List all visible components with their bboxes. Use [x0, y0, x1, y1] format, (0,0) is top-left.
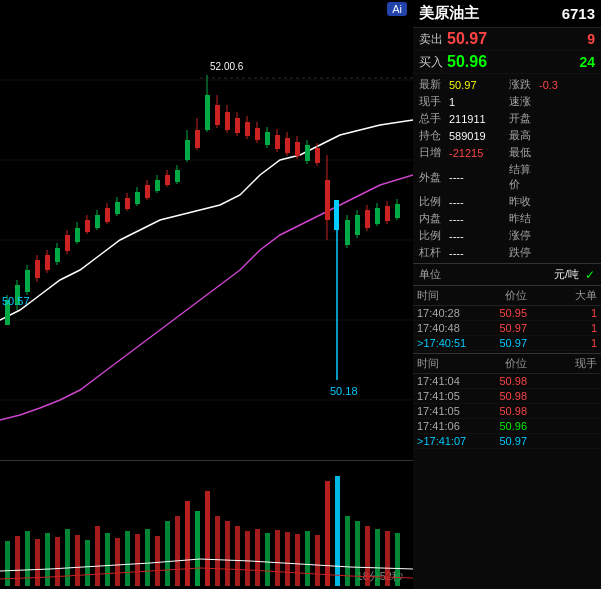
trade-2-5-price: 50.97	[477, 435, 527, 447]
svg-rect-98	[95, 526, 100, 586]
data-item-jiesuan: 结算价	[507, 161, 597, 193]
zuixin-value: 50.97	[449, 79, 505, 91]
trade-2-4-vol	[527, 420, 597, 432]
bili1-value: ----	[449, 196, 505, 208]
data-item-bili2: 比例 ----	[417, 227, 507, 244]
svg-rect-114	[255, 529, 260, 586]
trade-row-2-5: >17:41:07 50.97	[413, 434, 601, 449]
stock-code: 6713	[562, 5, 595, 22]
trade-table-1: 时间 价位 大单 17:40:28 50.95 1 17:40:48 50.97…	[413, 286, 601, 351]
zongshou-label: 总手	[419, 111, 449, 126]
sell-row: 卖出 50.97 9	[413, 28, 601, 51]
trade-1-1-vol: 1	[527, 307, 597, 319]
trade-table-2-header: 时间 价位 现手	[413, 354, 601, 374]
svg-rect-111	[225, 521, 230, 586]
trade-2-3-time: 17:41:05	[417, 405, 477, 417]
main-container: 52.00.6 50.57 50.18 Ai 18分52秒	[0, 0, 601, 589]
zuidi-label: 最低	[509, 145, 539, 160]
trade-2-2-price: 50.98	[477, 390, 527, 402]
svg-rect-120	[315, 535, 320, 586]
units-row: 单位 元/吨 ✓	[413, 263, 601, 286]
trade-2-4-time: 17:41:06	[417, 420, 477, 432]
chicang-value: 589019	[449, 130, 505, 142]
svg-rect-101	[125, 531, 130, 586]
svg-rect-93	[45, 533, 50, 586]
data-item-waipan: 外盘 ----	[417, 161, 507, 193]
svg-rect-110	[215, 516, 220, 586]
zuojie-label: 昨结	[509, 211, 539, 226]
trade-2-4-price: 50.96	[477, 420, 527, 432]
zhangdie-label: 涨跌	[509, 77, 539, 92]
ai-button[interactable]: Ai	[387, 2, 407, 16]
stock-title: 美原油主	[419, 4, 562, 23]
svg-rect-105	[165, 521, 170, 586]
suzhangtie-label: 速涨	[509, 94, 539, 109]
trade-2-3-vol	[527, 405, 597, 417]
data-item-zangtingzhi: 涨停	[507, 227, 597, 244]
data-item-zuoshou: 昨收	[507, 193, 597, 210]
trade-row-1-2: 17:40:48 50.97 1	[413, 321, 601, 336]
svg-rect-104	[155, 536, 160, 586]
svg-rect-115	[265, 533, 270, 586]
trade-2-2-vol	[527, 390, 597, 402]
trade-table-2: 时间 价位 现手 17:41:04 50.98 17:41:05 50.98 1…	[413, 353, 601, 449]
zuoshou-label: 昨收	[509, 194, 539, 209]
svg-rect-117	[285, 532, 290, 586]
svg-rect-127	[385, 531, 390, 586]
svg-text:52.00.6: 52.00.6	[210, 61, 244, 72]
buy-count: 24	[565, 54, 595, 70]
sell-count: 9	[565, 31, 595, 47]
trade-1-1-price: 50.95	[477, 307, 527, 319]
svg-rect-116	[275, 530, 280, 586]
neipan-label: 内盘	[419, 211, 449, 226]
trade-header-time: 时间	[417, 288, 477, 303]
checkmark-icon[interactable]: ✓	[585, 268, 595, 282]
bili2-value: ----	[449, 230, 505, 242]
data-item-xianshou: 现手 1	[417, 93, 507, 110]
header-row: 美原油主 6713	[413, 0, 601, 28]
svg-rect-118	[295, 534, 300, 586]
sell-label: 卖出	[419, 31, 447, 48]
svg-text:50.18: 50.18	[330, 385, 358, 397]
data-item-suzhangtie: 速涨	[507, 93, 597, 110]
data-item-chicang: 持仓 589019	[417, 127, 507, 144]
data-item-bili1: 比例 ----	[417, 193, 507, 210]
units-label: 单位	[419, 267, 554, 282]
data-grid: 最新 50.97 涨跌 -0.3 现手 1 速涨 总手 211911 开盘	[413, 74, 601, 263]
data-item-zuigao: 最高	[507, 127, 597, 144]
svg-rect-107	[185, 501, 190, 586]
kaipan-label: 开盘	[509, 111, 539, 126]
units-value: 元/吨	[554, 267, 579, 282]
data-item-zuixin: 最新 50.97	[417, 76, 507, 93]
chicang-label: 持仓	[419, 128, 449, 143]
trade-row-2-2: 17:41:05 50.98	[413, 389, 601, 404]
rizeng-value: -21215	[449, 147, 505, 159]
trade-1-3-price: 50.97	[477, 337, 527, 349]
volume-chart: 18分52秒	[0, 460, 413, 589]
waipan-value: ----	[449, 171, 505, 183]
data-item-kaipan: 开盘	[507, 110, 597, 127]
dietingzhi-label: 跌停	[509, 245, 539, 260]
trade-2-5-vol	[527, 435, 597, 447]
svg-rect-112	[235, 526, 240, 586]
trade-1-2-price: 50.97	[477, 322, 527, 334]
ganggan-value: ----	[449, 247, 505, 259]
data-item-dietingzhi: 跌停	[507, 244, 597, 261]
zuixin-label: 最新	[419, 77, 449, 92]
data-item-zuidi: 最低	[507, 144, 597, 161]
trade2-header-time: 时间	[417, 356, 477, 371]
trade-1-3-vol: 1	[527, 337, 597, 349]
svg-rect-92	[35, 539, 40, 586]
data-item-rizeng: 日增 -21215	[417, 144, 507, 161]
trade-2-1-vol	[527, 375, 597, 387]
trade2-header-vol: 现手	[527, 356, 597, 371]
buy-label: 买入	[419, 54, 447, 71]
data-item-neipan: 内盘 ----	[417, 210, 507, 227]
right-panel: 美原油主 6713 卖出 50.97 9 买入 50.96 24 最新 50.9…	[413, 0, 601, 589]
ganggan-label: 杠杆	[419, 245, 449, 260]
svg-rect-121	[325, 481, 330, 586]
trade-row-1-1: 17:40:28 50.95 1	[413, 306, 601, 321]
xianshou-value: 1	[449, 96, 505, 108]
rizeng-label: 日增	[419, 145, 449, 160]
svg-rect-97	[85, 540, 90, 586]
